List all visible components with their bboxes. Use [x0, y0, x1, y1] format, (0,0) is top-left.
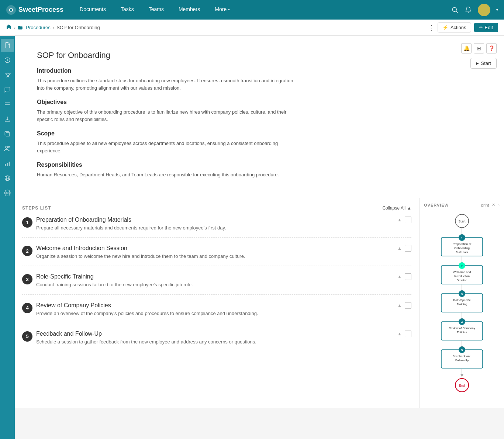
step-checkbox-1[interactable]: [405, 217, 411, 223]
step-content-1: Preparation of Onboarding Materials Prep…: [36, 217, 394, 231]
sidebar-icon-settings[interactable]: [1, 186, 14, 200]
nav-documents[interactable]: Documents: [72, 0, 113, 20]
step-collapse-3[interactable]: ▲: [397, 274, 402, 279]
step-checkbox-5[interactable]: [405, 331, 411, 337]
step-desc-2: Organize a session to welcome the new hi…: [36, 253, 394, 260]
edit-button[interactable]: ✏ Edit: [474, 23, 498, 32]
step-content-3: Role-Specific Training Conduct training …: [36, 273, 394, 288]
svg-rect-13: [7, 163, 8, 166]
svg-point-1: [10, 9, 12, 11]
svg-text:Follow-Up: Follow-Up: [455, 359, 469, 362]
sidebar-icon-import[interactable]: [1, 113, 14, 126]
overview-controls: print ✕ ›: [481, 203, 500, 207]
help-button[interactable]: ❓: [486, 43, 497, 53]
layout-button[interactable]: ⊞: [474, 43, 484, 53]
svg-rect-9: [6, 132, 10, 136]
sidebar-icon-document[interactable]: [1, 39, 14, 52]
svg-rect-14: [9, 162, 10, 166]
actions-button[interactable]: ⚡ Actions: [438, 23, 471, 32]
app-logo[interactable]: SweetProcess: [6, 5, 63, 15]
step-item-3: 3 Role-Specific Training Conduct trainin…: [22, 273, 411, 294]
svg-point-18: [7, 192, 8, 194]
doc-text-scope: This procedure applies to all new employ…: [37, 140, 295, 154]
svg-line-3: [456, 11, 458, 13]
overview-close-icon[interactable]: ✕: [492, 203, 495, 207]
user-menu-chevron-icon[interactable]: ▾: [496, 8, 498, 12]
step-collapse-2[interactable]: ▲: [397, 246, 402, 251]
svg-rect-12: [5, 164, 6, 166]
home-icon: [6, 24, 12, 30]
sidebar-icon-public[interactable]: [1, 172, 14, 185]
breadcrumb-procedures[interactable]: Procedures: [26, 25, 50, 30]
user-avatar[interactable]: [478, 4, 490, 16]
svg-text:Role-Specific: Role-Specific: [453, 298, 470, 302]
search-icon[interactable]: [451, 6, 459, 14]
notifications-icon[interactable]: [465, 6, 472, 14]
step-title-2[interactable]: Welcome and Introduction Session: [36, 245, 394, 252]
step-title-4[interactable]: Review of Company Policies: [36, 302, 394, 309]
svg-text:Start: Start: [458, 220, 466, 223]
step-row-5: 5 Feedback and Follow-Up Schedule a sess…: [22, 331, 411, 345]
step-collapse-5[interactable]: ▲: [397, 331, 402, 336]
notify-button[interactable]: 🔔: [461, 43, 472, 53]
overview-expand-icon[interactable]: ›: [498, 203, 500, 207]
svg-text:3: 3: [461, 293, 463, 296]
sidebar-icon-recent[interactable]: [1, 53, 14, 67]
sidebar-icon-list[interactable]: [1, 98, 14, 111]
step-desc-4: Provide an overview of the company's pol…: [36, 310, 394, 317]
breadcrumb-sep-1: ›: [14, 25, 15, 30]
step-actions-5: ▲: [397, 331, 411, 337]
svg-point-2: [452, 7, 456, 11]
play-icon: ▶: [476, 61, 479, 65]
step-number-5: 5: [22, 331, 32, 342]
step-checkbox-2[interactable]: [405, 245, 411, 252]
doc-heading-introduction: Introduction: [37, 68, 482, 74]
more-chevron-icon: ▾: [228, 7, 230, 11]
main-wrapper: 🔔 ⊞ ❓ ▶ Start SOP for Onboarding Introdu…: [15, 36, 504, 408]
step-actions-4: ▲: [397, 302, 411, 309]
svg-point-4: [468, 12, 469, 13]
sidebar-icon-reports[interactable]: [1, 157, 14, 170]
overview-header: OVERVIEW print ✕ ›: [424, 203, 500, 207]
more-options-icon[interactable]: ⋮: [428, 24, 435, 32]
svg-text:Review of Company: Review of Company: [449, 326, 475, 330]
doc-heading-objectives: Objectives: [37, 99, 482, 106]
start-button[interactable]: ▶ Start: [470, 58, 497, 69]
doc-text-introduction: This procedure outlines the standard ste…: [37, 77, 295, 91]
nav-members[interactable]: Members: [171, 0, 207, 20]
svg-marker-59: [460, 374, 463, 377]
step-number-2: 2: [22, 246, 32, 256]
steps-panel: STEPS LIST Collapse All ▲ 1 Preparation …: [15, 198, 419, 408]
nav-teams[interactable]: Teams: [141, 0, 171, 20]
flowchart-svg: Start 1 Preparation of Onboarding Materi…: [425, 212, 499, 404]
sidebar-icon-copy[interactable]: [1, 127, 14, 141]
step-title-1[interactable]: Preparation of Onboarding Materials: [36, 217, 394, 223]
breadcrumb-home[interactable]: [6, 24, 12, 31]
step-checkbox-3[interactable]: [405, 273, 411, 280]
top-navigation: SweetProcess Documents Tasks Teams Membe…: [0, 0, 504, 20]
step-title-5[interactable]: Feedback and Follow-Up: [36, 331, 394, 337]
nav-more[interactable]: More ▾: [207, 0, 237, 20]
svg-point-11: [8, 146, 10, 148]
step-collapse-4[interactable]: ▲: [397, 303, 402, 308]
step-number-1: 1: [22, 217, 32, 228]
step-checkbox-4[interactable]: [405, 302, 411, 309]
sidebar-icon-comments[interactable]: [1, 83, 14, 96]
nav-tasks[interactable]: Tasks: [113, 0, 141, 20]
doc-text-responsibilities: Human Resources, Department Heads, and T…: [37, 171, 295, 179]
steps-header: STEPS LIST Collapse All ▲: [22, 205, 411, 211]
folder-icon: [18, 25, 23, 30]
bottom-section: STEPS LIST Collapse All ▲ 1 Preparation …: [15, 198, 504, 408]
sidebar-icon-teams[interactable]: [1, 142, 14, 155]
doc-heading-responsibilities: Responsibilities: [37, 162, 482, 168]
overview-print[interactable]: print: [481, 203, 489, 207]
app-name: SweetProcess: [18, 6, 63, 14]
sidebar-icon-favorites[interactable]: [1, 68, 14, 82]
collapse-all-button[interactable]: Collapse All ▲: [382, 205, 411, 211]
step-item-5: 5 Feedback and Follow-Up Schedule a sess…: [22, 331, 411, 351]
step-title-3[interactable]: Role-Specific Training: [36, 273, 394, 280]
step-content-4: Review of Company Policies Provide an ov…: [36, 302, 394, 317]
step-actions-3: ▲: [397, 273, 411, 280]
svg-text:End: End: [459, 384, 465, 387]
step-collapse-1[interactable]: ▲: [397, 217, 402, 222]
